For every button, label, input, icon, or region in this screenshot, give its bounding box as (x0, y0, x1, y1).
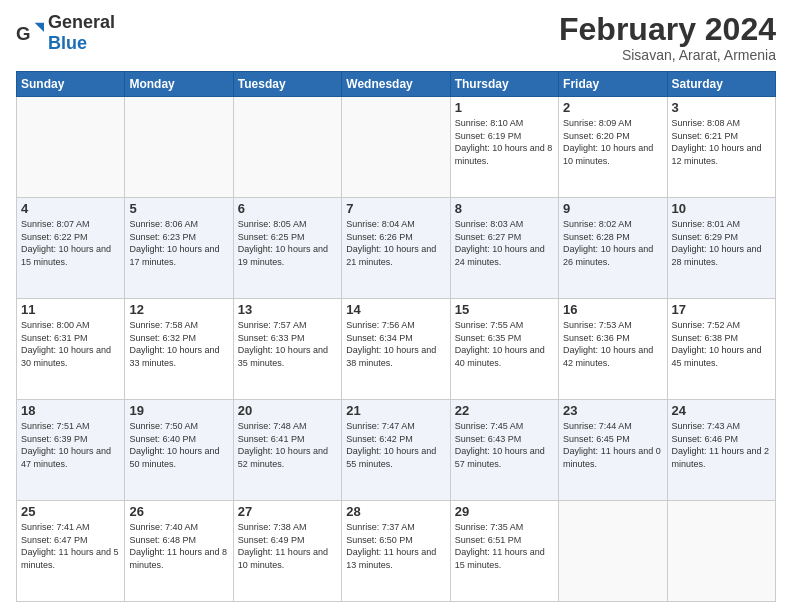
col-wednesday: Wednesday (342, 72, 450, 97)
day-cell: 7Sunrise: 8:04 AM Sunset: 6:26 PM Daylig… (342, 198, 450, 299)
day-info: Sunrise: 8:03 AM Sunset: 6:27 PM Dayligh… (455, 218, 554, 268)
day-number: 22 (455, 403, 554, 418)
day-cell: 18Sunrise: 7:51 AM Sunset: 6:39 PM Dayli… (17, 400, 125, 501)
day-info: Sunrise: 7:35 AM Sunset: 6:51 PM Dayligh… (455, 521, 554, 571)
logo-icon: G (16, 19, 44, 47)
day-number: 24 (672, 403, 771, 418)
day-number: 23 (563, 403, 662, 418)
day-info: Sunrise: 8:05 AM Sunset: 6:25 PM Dayligh… (238, 218, 337, 268)
day-cell: 23Sunrise: 7:44 AM Sunset: 6:45 PM Dayli… (559, 400, 667, 501)
day-number: 3 (672, 100, 771, 115)
col-thursday: Thursday (450, 72, 558, 97)
day-info: Sunrise: 7:48 AM Sunset: 6:41 PM Dayligh… (238, 420, 337, 470)
day-cell: 20Sunrise: 7:48 AM Sunset: 6:41 PM Dayli… (233, 400, 341, 501)
day-cell: 11Sunrise: 8:00 AM Sunset: 6:31 PM Dayli… (17, 299, 125, 400)
day-cell (233, 97, 341, 198)
week-row-4: 25Sunrise: 7:41 AM Sunset: 6:47 PM Dayli… (17, 501, 776, 602)
day-number: 16 (563, 302, 662, 317)
day-cell: 24Sunrise: 7:43 AM Sunset: 6:46 PM Dayli… (667, 400, 775, 501)
day-info: Sunrise: 7:38 AM Sunset: 6:49 PM Dayligh… (238, 521, 337, 571)
calendar-title: February 2024 (559, 12, 776, 47)
col-monday: Monday (125, 72, 233, 97)
col-saturday: Saturday (667, 72, 775, 97)
day-number: 13 (238, 302, 337, 317)
day-info: Sunrise: 7:47 AM Sunset: 6:42 PM Dayligh… (346, 420, 445, 470)
day-number: 6 (238, 201, 337, 216)
day-info: Sunrise: 7:50 AM Sunset: 6:40 PM Dayligh… (129, 420, 228, 470)
week-row-3: 18Sunrise: 7:51 AM Sunset: 6:39 PM Dayli… (17, 400, 776, 501)
day-info: Sunrise: 8:01 AM Sunset: 6:29 PM Dayligh… (672, 218, 771, 268)
day-cell (559, 501, 667, 602)
day-number: 25 (21, 504, 120, 519)
day-number: 20 (238, 403, 337, 418)
day-number: 19 (129, 403, 228, 418)
day-number: 9 (563, 201, 662, 216)
day-number: 18 (21, 403, 120, 418)
day-cell (342, 97, 450, 198)
day-number: 2 (563, 100, 662, 115)
day-info: Sunrise: 8:10 AM Sunset: 6:19 PM Dayligh… (455, 117, 554, 167)
day-info: Sunrise: 7:41 AM Sunset: 6:47 PM Dayligh… (21, 521, 120, 571)
day-cell: 6Sunrise: 8:05 AM Sunset: 6:25 PM Daylig… (233, 198, 341, 299)
header-row: Sunday Monday Tuesday Wednesday Thursday… (17, 72, 776, 97)
day-info: Sunrise: 7:57 AM Sunset: 6:33 PM Dayligh… (238, 319, 337, 369)
day-cell (667, 501, 775, 602)
day-cell: 15Sunrise: 7:55 AM Sunset: 6:35 PM Dayli… (450, 299, 558, 400)
day-info: Sunrise: 7:53 AM Sunset: 6:36 PM Dayligh… (563, 319, 662, 369)
day-cell: 9Sunrise: 8:02 AM Sunset: 6:28 PM Daylig… (559, 198, 667, 299)
day-number: 10 (672, 201, 771, 216)
calendar-subtitle: Sisavan, Ararat, Armenia (559, 47, 776, 63)
day-cell: 3Sunrise: 8:08 AM Sunset: 6:21 PM Daylig… (667, 97, 775, 198)
day-cell: 2Sunrise: 8:09 AM Sunset: 6:20 PM Daylig… (559, 97, 667, 198)
day-cell (125, 97, 233, 198)
day-info: Sunrise: 7:45 AM Sunset: 6:43 PM Dayligh… (455, 420, 554, 470)
day-number: 1 (455, 100, 554, 115)
col-sunday: Sunday (17, 72, 125, 97)
col-tuesday: Tuesday (233, 72, 341, 97)
title-section: February 2024 Sisavan, Ararat, Armenia (559, 12, 776, 63)
page: G General Blue February 2024 Sisavan, Ar… (0, 0, 792, 612)
day-cell: 13Sunrise: 7:57 AM Sunset: 6:33 PM Dayli… (233, 299, 341, 400)
day-cell: 4Sunrise: 8:07 AM Sunset: 6:22 PM Daylig… (17, 198, 125, 299)
day-cell: 28Sunrise: 7:37 AM Sunset: 6:50 PM Dayli… (342, 501, 450, 602)
day-cell: 8Sunrise: 8:03 AM Sunset: 6:27 PM Daylig… (450, 198, 558, 299)
day-number: 15 (455, 302, 554, 317)
day-number: 11 (21, 302, 120, 317)
day-number: 7 (346, 201, 445, 216)
day-cell: 26Sunrise: 7:40 AM Sunset: 6:48 PM Dayli… (125, 501, 233, 602)
day-cell: 22Sunrise: 7:45 AM Sunset: 6:43 PM Dayli… (450, 400, 558, 501)
day-info: Sunrise: 8:04 AM Sunset: 6:26 PM Dayligh… (346, 218, 445, 268)
day-cell: 27Sunrise: 7:38 AM Sunset: 6:49 PM Dayli… (233, 501, 341, 602)
logo: G General Blue (16, 12, 115, 54)
week-row-0: 1Sunrise: 8:10 AM Sunset: 6:19 PM Daylig… (17, 97, 776, 198)
day-number: 8 (455, 201, 554, 216)
day-number: 17 (672, 302, 771, 317)
day-number: 28 (346, 504, 445, 519)
col-friday: Friday (559, 72, 667, 97)
day-cell: 29Sunrise: 7:35 AM Sunset: 6:51 PM Dayli… (450, 501, 558, 602)
day-number: 26 (129, 504, 228, 519)
day-cell: 5Sunrise: 8:06 AM Sunset: 6:23 PM Daylig… (125, 198, 233, 299)
day-info: Sunrise: 7:52 AM Sunset: 6:38 PM Dayligh… (672, 319, 771, 369)
day-cell: 1Sunrise: 8:10 AM Sunset: 6:19 PM Daylig… (450, 97, 558, 198)
day-info: Sunrise: 7:55 AM Sunset: 6:35 PM Dayligh… (455, 319, 554, 369)
logo-general: General (48, 12, 115, 32)
day-info: Sunrise: 7:56 AM Sunset: 6:34 PM Dayligh… (346, 319, 445, 369)
day-cell: 25Sunrise: 7:41 AM Sunset: 6:47 PM Dayli… (17, 501, 125, 602)
logo-blue: Blue (48, 33, 87, 53)
day-cell: 19Sunrise: 7:50 AM Sunset: 6:40 PM Dayli… (125, 400, 233, 501)
day-number: 12 (129, 302, 228, 317)
day-number: 4 (21, 201, 120, 216)
day-info: Sunrise: 7:40 AM Sunset: 6:48 PM Dayligh… (129, 521, 228, 571)
day-number: 14 (346, 302, 445, 317)
day-info: Sunrise: 7:44 AM Sunset: 6:45 PM Dayligh… (563, 420, 662, 470)
day-info: Sunrise: 8:00 AM Sunset: 6:31 PM Dayligh… (21, 319, 120, 369)
day-info: Sunrise: 7:37 AM Sunset: 6:50 PM Dayligh… (346, 521, 445, 571)
day-cell: 17Sunrise: 7:52 AM Sunset: 6:38 PM Dayli… (667, 299, 775, 400)
day-info: Sunrise: 7:43 AM Sunset: 6:46 PM Dayligh… (672, 420, 771, 470)
day-cell: 10Sunrise: 8:01 AM Sunset: 6:29 PM Dayli… (667, 198, 775, 299)
day-number: 27 (238, 504, 337, 519)
day-cell: 14Sunrise: 7:56 AM Sunset: 6:34 PM Dayli… (342, 299, 450, 400)
day-info: Sunrise: 8:06 AM Sunset: 6:23 PM Dayligh… (129, 218, 228, 268)
day-number: 29 (455, 504, 554, 519)
